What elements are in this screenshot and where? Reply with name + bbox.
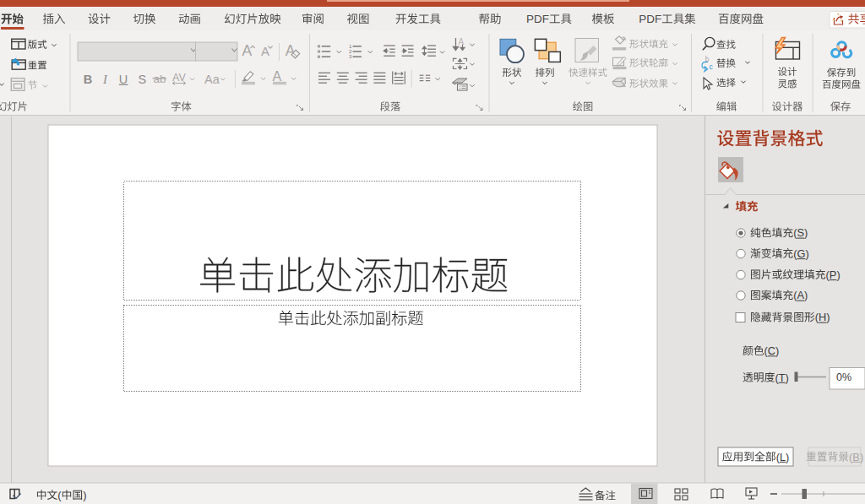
svg-text:(S): (S) xyxy=(793,226,808,239)
svg-text:3: 3 xyxy=(349,53,352,59)
svg-text:(: ( xyxy=(57,489,62,501)
svg-text:A: A xyxy=(273,69,282,84)
svg-text:(H): (H) xyxy=(815,311,830,323)
svg-text:PDF: PDF xyxy=(526,13,549,25)
svg-text:(L): (L) xyxy=(776,451,790,463)
svg-text:S: S xyxy=(139,73,147,86)
svg-text:(G): (G) xyxy=(793,247,808,260)
svg-text:(T): (T) xyxy=(775,371,788,384)
svg-text:0%: 0% xyxy=(836,371,851,383)
svg-text:(A): (A) xyxy=(793,289,808,301)
svg-text:Aa: Aa xyxy=(204,73,220,86)
svg-text:ab: ab xyxy=(154,73,166,85)
svg-text:U: U xyxy=(119,73,128,86)
svg-text:(B): (B) xyxy=(849,451,863,463)
svg-text:A: A xyxy=(459,37,465,46)
svg-text:(C): (C) xyxy=(764,344,780,357)
svg-text:B: B xyxy=(84,73,92,86)
svg-text:A: A xyxy=(242,42,253,59)
svg-text:): ) xyxy=(83,489,86,501)
svg-text:(P): (P) xyxy=(826,268,841,281)
svg-text:PDF: PDF xyxy=(639,13,661,25)
svg-text:c: c xyxy=(710,62,714,71)
